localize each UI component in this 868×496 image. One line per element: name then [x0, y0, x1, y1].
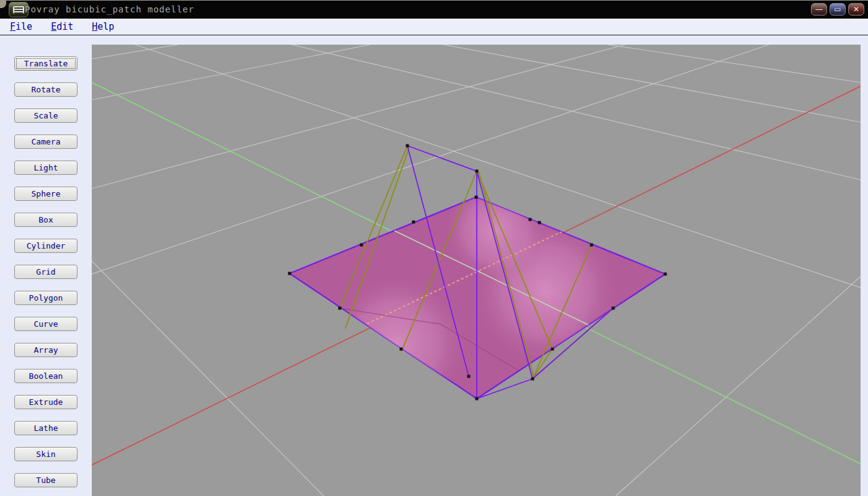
tool-button-box[interactable]: Box	[14, 213, 78, 227]
tool-button-polygon[interactable]: Polygon	[14, 291, 78, 305]
control-point-marker[interactable]	[551, 348, 554, 351]
viewport-3d[interactable]	[92, 45, 861, 496]
grid-line	[92, 45, 370, 100]
control-point-marker[interactable]	[531, 378, 534, 381]
menu-edit[interactable]: Edit	[51, 21, 73, 32]
close-button[interactable]: ✕	[848, 3, 864, 16]
tool-button-tube[interactable]: Tube	[14, 473, 78, 487]
tool-button-translate[interactable]: Translate	[14, 56, 78, 71]
tool-button-grid[interactable]: Grid	[14, 265, 78, 279]
tool-button-rotate[interactable]: Rotate	[14, 82, 78, 97]
tool-button-array[interactable]: Array	[14, 343, 78, 357]
tool-button-lathe[interactable]: Lathe	[14, 421, 78, 435]
grid-line	[443, 45, 861, 122]
control-point-marker[interactable]	[288, 272, 291, 275]
minimize-button[interactable]: —	[811, 3, 827, 16]
tool-button-curve[interactable]: Curve	[14, 317, 78, 331]
control-point-marker[interactable]	[538, 221, 541, 224]
control-point-marker[interactable]	[406, 144, 409, 148]
titlebar: Povray bicubic_patch modeller —▭✕	[0, 0, 868, 19]
maximize-button[interactable]: ▭	[830, 3, 846, 16]
tool-button-cylinder[interactable]: Cylinder	[14, 239, 78, 253]
control-point-marker[interactable]	[400, 348, 403, 351]
menu-help[interactable]: Help	[92, 21, 114, 32]
grid-line	[92, 261, 324, 496]
control-line-purple	[407, 146, 477, 171]
grid-line	[292, 45, 861, 180]
control-point-marker[interactable]	[467, 375, 471, 378]
grid-line	[616, 277, 861, 496]
window-title: Povray bicubic_patch modeller	[25, 4, 194, 14]
toolbox-sidebar: TranslateRotateScaleCameraLightSphereBox…	[0, 35, 92, 496]
window-controls: —▭✕	[811, 3, 864, 16]
control-point-marker[interactable]	[412, 221, 415, 224]
scene-canvas[interactable]	[92, 45, 861, 496]
grid-line	[92, 45, 178, 59]
patch-highlight	[443, 178, 549, 283]
document-menu-icon	[13, 6, 24, 14]
control-point-marker[interactable]	[476, 397, 479, 401]
tool-button-boolean[interactable]: Boolean	[14, 369, 78, 383]
menu-file[interactable]: File	[10, 21, 32, 32]
control-point-marker[interactable]	[360, 244, 363, 247]
control-point-marker[interactable]	[590, 244, 593, 247]
control-point-marker[interactable]	[339, 307, 342, 310]
control-point-marker[interactable]	[612, 307, 615, 310]
tool-button-extrude[interactable]: Extrude	[14, 395, 78, 409]
grid-line	[608, 45, 861, 82]
tool-button-camera[interactable]: Camera	[14, 135, 78, 149]
menubar: FileEditHelp	[0, 19, 868, 35]
tool-button-skin[interactable]: Skin	[14, 447, 78, 461]
control-point-marker[interactable]	[476, 170, 479, 173]
control-point-marker[interactable]	[664, 273, 667, 276]
control-point-marker[interactable]	[529, 218, 532, 221]
tool-button-light[interactable]: Light	[14, 161, 78, 175]
frame-corner-notch	[0, 1, 6, 8]
grid-line	[92, 45, 625, 188]
tool-button-scale[interactable]: Scale	[14, 108, 78, 123]
tool-button-sphere[interactable]: Sphere	[14, 187, 78, 201]
control-point-marker[interactable]	[475, 196, 478, 199]
